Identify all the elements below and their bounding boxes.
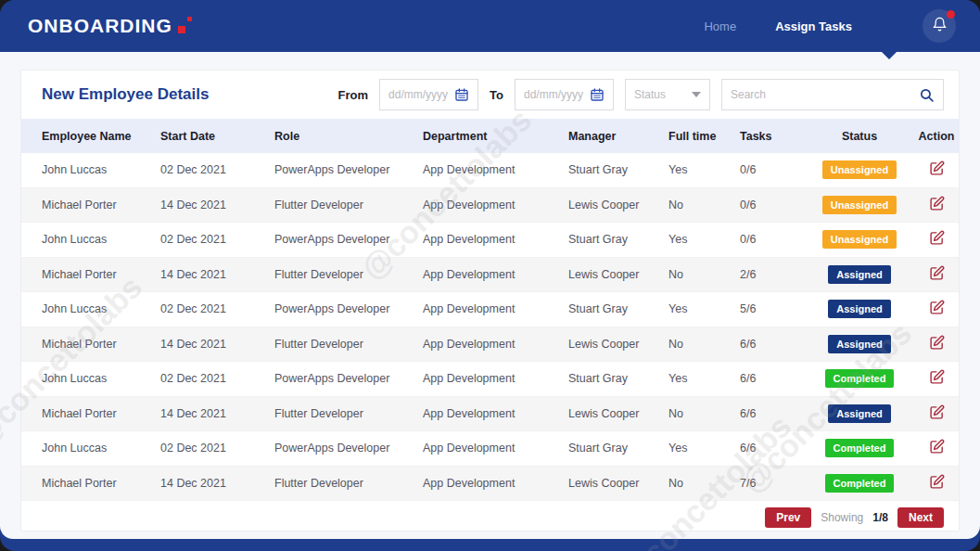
- edit-action-button[interactable]: [929, 369, 945, 388]
- cell-role: PowerApps Developer: [274, 163, 423, 176]
- table-row: Michael Porter 14 Dec 2021 Flutter Devel…: [21, 397, 959, 432]
- cell-full-time: No: [668, 477, 740, 490]
- cell-manager: Lewis Cooper: [568, 268, 668, 281]
- cell-tasks: 7/6: [740, 477, 805, 490]
- edit-action-button[interactable]: [929, 230, 945, 249]
- cell-department: App Development: [423, 233, 568, 246]
- table-row: Michael Porter 14 Dec 2021 Flutter Devel…: [21, 467, 959, 502]
- cell-start-date: 02 Dec 2021: [160, 442, 274, 455]
- cell-manager: Stuart Gray: [568, 372, 668, 385]
- cell-employee-name: John Luccas: [42, 302, 160, 315]
- from-label: From: [338, 88, 369, 102]
- edit-action-button[interactable]: [929, 265, 945, 284]
- logo-square-icon: [178, 26, 185, 33]
- cell-department: App Development: [423, 163, 568, 176]
- col-header-role: Role: [274, 130, 423, 143]
- cell-manager: Stuart Gray: [568, 233, 668, 246]
- edit-icon: [929, 160, 945, 179]
- to-label: To: [490, 88, 503, 102]
- cell-start-date: 14 Dec 2021: [160, 407, 274, 420]
- app-window: ONBOARDING Home Assign Tasks: [0, 0, 980, 551]
- cell-employee-name: Michael Porter: [42, 477, 160, 490]
- calendar-icon[interactable]: [590, 87, 605, 102]
- status-badge: Unassigned: [822, 230, 897, 249]
- cell-employee-name: Michael Porter: [42, 268, 160, 281]
- cell-role: PowerApps Developer: [274, 233, 423, 246]
- cell-employee-name: John Luccas: [42, 163, 160, 176]
- col-header-action: Action: [919, 130, 955, 143]
- cell-start-date: 14 Dec 2021: [160, 268, 274, 281]
- cell-employee-name: John Luccas: [42, 233, 160, 246]
- cell-tasks: 0/6: [740, 199, 805, 211]
- table-body: John Luccas 02 Dec 2021 PowerApps Develo…: [21, 153, 959, 501]
- cell-full-time: Yes: [668, 163, 740, 176]
- cell-department: App Development: [423, 407, 568, 420]
- table-row: John Luccas 02 Dec 2021 PowerApps Develo…: [21, 431, 959, 467]
- col-header-employee-name: Employee Name: [42, 130, 160, 143]
- edit-icon: [929, 230, 945, 249]
- cell-full-time: No: [668, 338, 740, 351]
- cell-full-time: No: [668, 407, 740, 420]
- status-badge: Assigned: [828, 335, 891, 353]
- bell-icon: [932, 17, 948, 36]
- notifications-button[interactable]: [923, 9, 956, 43]
- cell-role: Flutter Developer: [274, 407, 423, 420]
- table-row: Michael Porter 14 Dec 2021 Flutter Devel…: [21, 258, 959, 293]
- edit-action-button[interactable]: [929, 404, 945, 423]
- search-field[interactable]: [721, 79, 944, 110]
- cell-tasks: 5/6: [740, 302, 805, 315]
- to-date-field[interactable]: [515, 79, 614, 110]
- edit-icon: [929, 474, 945, 493]
- to-date-input[interactable]: [524, 88, 590, 101]
- search-icon[interactable]: [919, 87, 935, 103]
- logo-small-square-icon: [187, 17, 192, 21]
- cell-full-time: No: [668, 268, 740, 281]
- next-button[interactable]: Next: [897, 507, 944, 528]
- cell-department: App Development: [423, 302, 568, 315]
- nav-item-home[interactable]: Home: [704, 19, 736, 33]
- prev-button[interactable]: Prev: [765, 507, 811, 528]
- cell-start-date: 14 Dec 2021: [160, 477, 274, 490]
- status-badge: Assigned: [828, 300, 891, 318]
- edit-icon: [929, 300, 945, 318]
- cell-role: Flutter Developer: [274, 477, 423, 490]
- cell-tasks: 6/6: [740, 442, 805, 455]
- col-header-status: Status: [842, 130, 877, 143]
- calendar-icon[interactable]: [454, 87, 469, 102]
- cell-role: PowerApps Developer: [274, 442, 423, 455]
- cell-department: App Development: [423, 199, 568, 211]
- top-navbar: ONBOARDING Home Assign Tasks: [0, 0, 980, 52]
- col-header-start-date: Start Date: [160, 130, 274, 143]
- cell-role: Flutter Developer: [274, 199, 423, 211]
- edit-action-button[interactable]: [929, 439, 945, 457]
- cell-role: Flutter Developer: [274, 338, 423, 351]
- table-header-row: Employee Name Start Date Role Department…: [21, 119, 959, 153]
- status-badge: Completed: [825, 369, 895, 388]
- cell-department: App Development: [423, 338, 568, 351]
- main-nav: Home Assign Tasks: [704, 9, 956, 43]
- app-logo[interactable]: ONBOARDING: [28, 15, 192, 37]
- status-filter-select[interactable]: Status: [625, 79, 710, 110]
- from-date-input[interactable]: [388, 88, 454, 101]
- showing-label: Showing: [821, 511, 863, 524]
- cell-employee-name: Michael Porter: [42, 199, 160, 211]
- employee-details-card: New Employee Details From: [20, 70, 960, 532]
- nav-item-assign-tasks[interactable]: Assign Tasks: [775, 19, 852, 33]
- search-input[interactable]: [731, 88, 919, 101]
- status-badge: Completed: [825, 439, 895, 457]
- cell-tasks: 6/6: [740, 372, 805, 385]
- from-date-field[interactable]: [379, 79, 478, 110]
- edit-action-button[interactable]: [929, 160, 945, 179]
- edit-action-button[interactable]: [929, 335, 945, 353]
- table-row: John Luccas 02 Dec 2021 PowerApps Develo…: [21, 223, 959, 258]
- edit-action-button[interactable]: [929, 300, 945, 318]
- cell-full-time: No: [668, 199, 740, 211]
- cell-role: PowerApps Developer: [274, 372, 423, 385]
- cell-manager: Lewis Cooper: [568, 477, 668, 490]
- status-badge: Completed: [825, 474, 895, 493]
- notification-badge-dot: [947, 10, 955, 19]
- cell-start-date: 02 Dec 2021: [160, 372, 274, 385]
- edit-action-button[interactable]: [929, 474, 945, 493]
- edit-icon: [929, 439, 945, 457]
- edit-action-button[interactable]: [929, 196, 945, 214]
